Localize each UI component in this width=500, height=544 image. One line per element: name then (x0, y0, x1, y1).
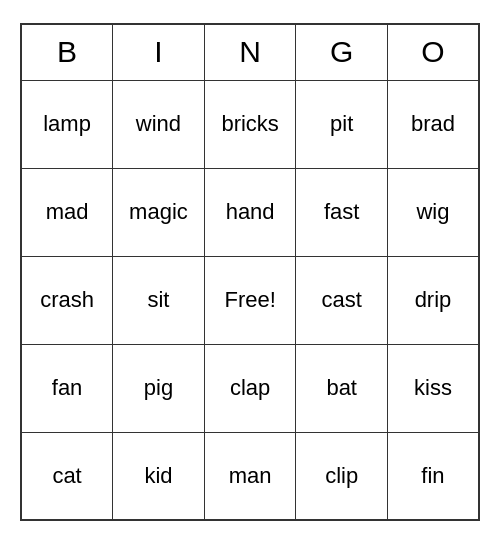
bingo-cell-0-1: wind (113, 80, 205, 168)
bingo-cell-4-0: cat (21, 432, 113, 520)
bingo-cell-3-4: kiss (387, 344, 479, 432)
bingo-cell-4-3: clip (296, 432, 387, 520)
bingo-cell-3-3: bat (296, 344, 387, 432)
bingo-cell-2-1: sit (113, 256, 205, 344)
bingo-cell-2-4: drip (387, 256, 479, 344)
header-col-o: O (387, 24, 479, 80)
header-col-g: G (296, 24, 387, 80)
bingo-cell-4-1: kid (113, 432, 205, 520)
bingo-cell-1-0: mad (21, 168, 113, 256)
bingo-cell-0-4: brad (387, 80, 479, 168)
bingo-cell-4-2: man (204, 432, 296, 520)
bingo-cell-0-2: bricks (204, 80, 296, 168)
bingo-body: lampwindbrickspitbradmadmagichandfastwig… (21, 80, 479, 520)
bingo-cell-3-2: clap (204, 344, 296, 432)
bingo-row-1: madmagichandfastwig (21, 168, 479, 256)
bingo-row-0: lampwindbrickspitbrad (21, 80, 479, 168)
bingo-cell-3-0: fan (21, 344, 113, 432)
bingo-cell-2-3: cast (296, 256, 387, 344)
header-row: BINGO (21, 24, 479, 80)
bingo-card: BINGO lampwindbrickspitbradmadmagichandf… (20, 23, 480, 521)
bingo-row-3: fanpigclapbatkiss (21, 344, 479, 432)
bingo-cell-3-1: pig (113, 344, 205, 432)
header-col-n: N (204, 24, 296, 80)
bingo-row-2: crashsitFree!castdrip (21, 256, 479, 344)
bingo-cell-1-1: magic (113, 168, 205, 256)
bingo-cell-0-0: lamp (21, 80, 113, 168)
bingo-row-4: catkidmanclipfin (21, 432, 479, 520)
bingo-cell-2-2: Free! (204, 256, 296, 344)
header-col-i: I (113, 24, 205, 80)
bingo-cell-1-2: hand (204, 168, 296, 256)
bingo-cell-4-4: fin (387, 432, 479, 520)
bingo-cell-1-4: wig (387, 168, 479, 256)
bingo-cell-0-3: pit (296, 80, 387, 168)
bingo-cell-1-3: fast (296, 168, 387, 256)
bingo-cell-2-0: crash (21, 256, 113, 344)
header-col-b: B (21, 24, 113, 80)
